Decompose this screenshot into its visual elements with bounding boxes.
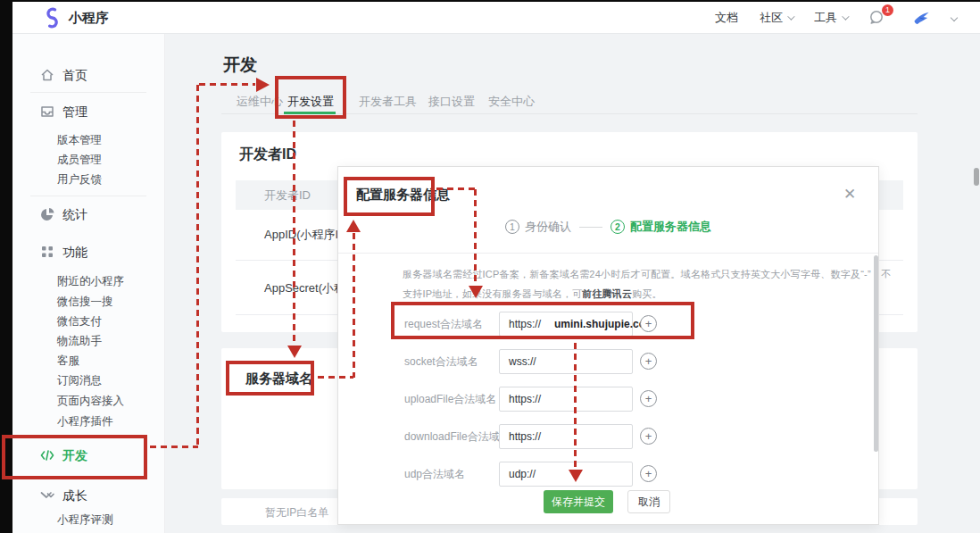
sidebar-item-customer-service[interactable]: 客服 [57,353,79,369]
sidebar-item-wechat-pay[interactable]: 微信支付 [57,313,102,329]
tab-api-settings[interactable]: 接口设置 [428,92,475,112]
top-header: 小程序 文档 社区 工具 1 [12,2,980,34]
downloadfile-domain-input[interactable]: https:// [499,424,633,449]
annotation-line [196,85,199,447]
tencent-cloud-link[interactable]: 前往腾讯云 [582,288,632,299]
sidebar-item-subscribe-message[interactable]: 订阅消息 [57,372,102,388]
request-domain-label: request合法域名 [404,312,483,337]
modal-description-line2: 支持IP地址，如果没有服务器与域名，可前往腾讯云购买。 [403,287,662,301]
active-tab-underline [284,112,336,114]
sidebar-item-wechat-search[interactable]: 微信搜一搜 [57,294,113,310]
frame-left-edge [0,0,12,533]
sidebar-item-manage[interactable]: 管理 [62,103,87,121]
uploadfile-domain-label: uploadFile合法域名 [404,387,496,412]
sidebar-item-home[interactable]: 首页 [62,66,87,84]
sidebar-item-user-feedback[interactable]: 用户反馈 [57,171,102,187]
server-domain-title: 服务器域名 [245,371,312,387]
modal-steps: 1 身份确认 2 配置服务器信息 [338,219,878,235]
tab-dev-settings[interactable]: 开发设置 [287,92,334,112]
tab-dev-tools[interactable]: 开发者工具 [359,92,417,112]
developer-id-title: 开发者ID [239,146,296,164]
annotation-arrow-to-dev-settings-tab [256,78,270,92]
add-request-domain-button[interactable]: + [640,315,657,332]
notification-button[interactable]: 1 [868,7,892,29]
add-udp-domain-button[interactable]: + [640,465,657,482]
account-chevron-icon[interactable] [951,14,958,21]
sidebar-item-logistics[interactable]: 物流助手 [57,333,102,349]
app-window: 小程序 文档 社区 工具 1 首页 管理 [0,0,980,533]
add-uploadfile-domain-button[interactable]: + [640,390,657,407]
sidebar-item-version-manage[interactable]: 版本管理 [57,132,102,148]
sidebar-item-plugin[interactable]: 小程序插件 [57,413,113,429]
features-grid-icon [39,244,55,260]
sidebar-item-miniprogram-review[interactable]: 小程序评测 [57,512,113,528]
frame-top-edge [0,0,980,2]
step-identity-confirm: 1 身份确认 [505,219,571,235]
sidebar-item-nearby-miniprogram[interactable]: 附近的小程序 [57,273,124,289]
brand-logo-text: 小程序 [69,10,109,27]
chevron-down-icon [842,12,849,20]
modal-title: 配置服务器信息 [356,187,450,204]
tab-ops-center[interactable]: 运维中心 [237,92,283,112]
sidebar-divider [30,92,146,93]
growth-bird-icon [39,487,55,504]
nav-docs[interactable]: 文档 [715,10,738,26]
miniprogram-logo-icon [43,7,62,29]
page-title: 开发 [223,54,257,77]
sidebar-item-member-manage[interactable]: 成员管理 [57,152,102,168]
home-icon [39,67,55,83]
downloadfile-domain-label: downloadFile合法域名 [404,424,511,449]
tab-security-center[interactable]: 安全中心 [488,92,535,112]
sidebar-item-features[interactable]: 功能 [62,243,87,261]
nav-community[interactable]: 社区 [760,10,793,26]
udp-domain-input[interactable]: udp:// [499,462,633,487]
nav-tools[interactable]: 工具 [814,10,847,26]
page-scrollbar[interactable] [974,168,979,186]
brand-logo[interactable]: 小程序 [43,2,109,34]
socket-domain-label: socket合法域名 [404,349,478,374]
save-submit-button[interactable]: 保存并提交 [544,490,613,513]
annotation-line [199,83,255,86]
code-icon [39,447,55,463]
avatar-bird-icon[interactable] [913,10,930,26]
udp-domain-label: udp合法域名 [404,462,465,487]
ip-whitelist-empty-text: 暂无IP白名单 [265,505,328,521]
cancel-button[interactable]: 取消 [627,490,670,513]
sidebar-item-stats[interactable]: 统计 [62,205,87,223]
step-configure-server: 2 配置服务器信息 [610,219,711,235]
stats-pie-icon [39,206,55,222]
close-icon[interactable]: ✕ [843,185,856,204]
manage-inbox-icon [39,104,55,120]
add-downloadfile-domain-button[interactable]: + [640,428,657,445]
sidebar-divider [30,196,146,196]
sidebar-item-page-content[interactable]: 页面内容接入 [57,393,124,409]
modal-description-line1: 服务器域名需经过ICP备案，新备案域名需24小时后才可配置。域名格式只支持英文大… [403,268,891,281]
sidebar-item-develop[interactable]: 开发 [62,446,87,464]
uploadfile-domain-input[interactable]: https:// [499,387,633,412]
socket-domain-input[interactable]: wss:// [499,349,633,374]
request-domain-input[interactable]: https:// umini.shujupie.com [499,312,633,337]
add-socket-domain-button[interactable]: + [640,353,657,370]
step-connector [579,227,602,228]
modal-scrollbar[interactable] [874,255,878,452]
top-navigation: 文档 社区 工具 1 [715,2,957,34]
modal-header-divider [338,253,878,254]
configure-server-modal: 配置服务器信息 ✕ 1 身份确认 2 配置服务器信息 服务器域名需经过ICP备案… [337,166,879,525]
sidebar-item-growth[interactable]: 成长 [62,487,87,504]
notification-badge: 1 [882,4,893,16]
chevron-down-icon [787,12,794,20]
